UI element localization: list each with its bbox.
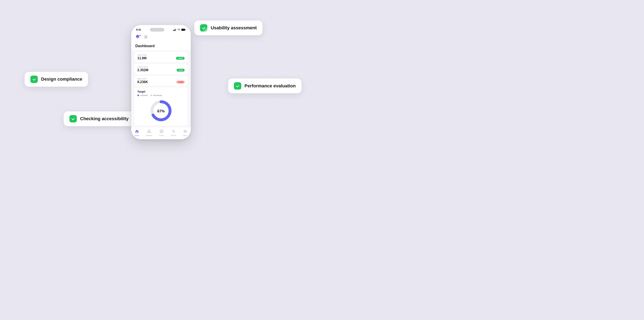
svg-rect-5 bbox=[176, 28, 176, 31]
create-icon bbox=[160, 129, 164, 134]
nav-label-create: Create bbox=[159, 135, 164, 136]
dynamic-island bbox=[150, 28, 164, 31]
performance-evaluation-card: Performance evaluation bbox=[228, 79, 302, 93]
menu-icon bbox=[184, 129, 187, 134]
phone-content: Dashboard Users Total 11.8M +2,5% Active… bbox=[131, 42, 191, 127]
scene: Design compliance 9:41 bbox=[0, 0, 322, 160]
status-icons bbox=[173, 28, 186, 31]
phone-mockup: 9:41 bbox=[131, 25, 191, 139]
dashboard-title: Dashboard bbox=[131, 42, 191, 50]
legend-dot-remaining bbox=[150, 95, 152, 96]
search-icon bbox=[172, 129, 176, 134]
stat-label-active-users: Active Users bbox=[138, 66, 184, 68]
stat-badge-active-users: +11% bbox=[176, 69, 184, 72]
performance-label: Performance evaluation bbox=[244, 83, 296, 89]
legend-label-remaining: Remaining bbox=[153, 94, 162, 96]
nav-item-network[interactable]: Network bbox=[146, 129, 152, 136]
legend-label-achieved: Achieved bbox=[140, 94, 148, 96]
home-icon bbox=[135, 129, 139, 134]
stat-badge-new-users: -1,2% bbox=[176, 81, 184, 83]
accessibility-label: Checking accessibility bbox=[80, 116, 128, 121]
design-compliance-card: Design compliance bbox=[25, 72, 88, 87]
svg-rect-3 bbox=[174, 29, 175, 31]
bottom-nav: Home Network bbox=[131, 127, 191, 139]
nav-item-home[interactable]: Home bbox=[135, 129, 139, 136]
svg-rect-6 bbox=[181, 29, 185, 31]
svg-rect-11 bbox=[136, 131, 138, 133]
stat-card-active-users: Active Users 2.352M +11% bbox=[134, 64, 188, 74]
checking-accessibility-card: Checking accessibility bbox=[64, 111, 134, 126]
usability-assessment-card: Usability assessment bbox=[194, 20, 262, 35]
stat-value-users-total: 11.8M bbox=[138, 56, 146, 60]
stat-label-users-total: Users Total bbox=[138, 54, 184, 56]
check-icon-accessibility bbox=[70, 115, 77, 122]
notif-dot bbox=[139, 34, 141, 36]
nav-item-menu[interactable]: Menu bbox=[183, 129, 187, 136]
legend-dot-achieved bbox=[138, 95, 139, 96]
usability-label: Usability assessment bbox=[211, 25, 257, 30]
nav-label-home: Home bbox=[135, 135, 139, 136]
legend-achieved: Achieved bbox=[138, 94, 148, 96]
status-bar: 9:41 bbox=[131, 25, 191, 33]
battery-icon bbox=[181, 28, 186, 31]
target-title: Target bbox=[138, 90, 184, 93]
nav-label-network: Network bbox=[146, 135, 152, 136]
svg-point-8 bbox=[145, 36, 146, 37]
nav-item-search[interactable]: Search bbox=[171, 129, 176, 136]
stat-card-new-users: New Users 8.236K -1,2% bbox=[134, 76, 188, 86]
svg-rect-4 bbox=[175, 29, 176, 31]
network-icon bbox=[147, 129, 151, 134]
stat-label-new-users: New Users bbox=[138, 78, 184, 80]
stat-value-new-users: 8.236K bbox=[138, 80, 148, 84]
donut-percent-label: 67% bbox=[157, 109, 165, 113]
target-legend: Achieved Remaining bbox=[138, 94, 184, 96]
check-icon-performance bbox=[234, 82, 241, 90]
svg-rect-7 bbox=[185, 29, 186, 30]
check-icon-design bbox=[30, 75, 38, 83]
signal-icon bbox=[173, 28, 176, 31]
nav-label-menu: Menu bbox=[183, 135, 187, 136]
target-section: Target Achieved Remaining bbox=[134, 88, 188, 126]
stat-card-users-total: Users Total 11.8M +2,5% bbox=[134, 52, 188, 62]
svg-rect-2 bbox=[173, 30, 174, 31]
status-time: 9:41 bbox=[136, 28, 141, 31]
design-compliance-label: Design compliance bbox=[41, 76, 82, 82]
nav-label-search: Search bbox=[171, 135, 176, 136]
legend-remaining: Remaining bbox=[150, 94, 162, 96]
top-bar bbox=[131, 33, 191, 42]
wifi-icon bbox=[178, 28, 180, 31]
nav-item-create[interactable]: Create bbox=[159, 129, 164, 136]
svg-point-12 bbox=[148, 130, 150, 131]
notification-icon[interactable] bbox=[135, 34, 141, 40]
check-icon-usability bbox=[200, 24, 208, 31]
stat-badge-users-total: +2,5% bbox=[176, 57, 184, 60]
settings-icon[interactable] bbox=[144, 35, 149, 40]
donut-chart-wrapper: 67% bbox=[138, 98, 184, 123]
stat-value-active-users: 2.352M bbox=[138, 68, 148, 72]
